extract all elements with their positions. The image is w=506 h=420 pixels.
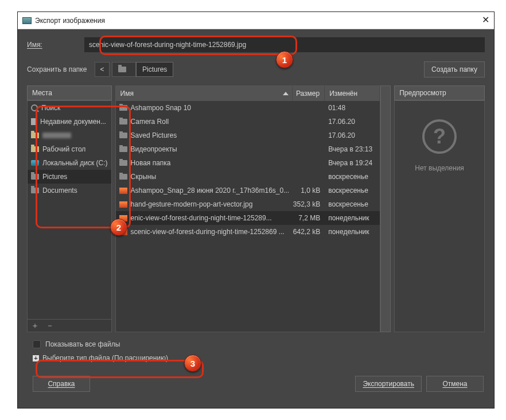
file-size: 1,0 kB: [293, 186, 325, 195]
file-modified: Вчера в 23:13: [325, 145, 380, 153]
places-item-label: Поиск: [41, 104, 60, 112]
file-row[interactable]: Новая папкаВчера в 19:24: [116, 156, 380, 170]
file-modified: понедельник: [325, 214, 380, 222]
save-in-label: Сохранить в папке: [27, 65, 95, 73]
img-icon: [119, 201, 127, 208]
places-item-label: [42, 133, 71, 138]
show-all-files-checkbox[interactable]: Показывать все файлы: [27, 338, 485, 351]
folder-icon: [31, 133, 39, 138]
places-item-label: Pictures: [42, 173, 67, 181]
places-header: Места: [27, 85, 112, 100]
folder-g-icon: [119, 174, 127, 180]
file-modified: 17.06.20: [325, 131, 380, 139]
file-row[interactable]: scenic-view-of-forest-during-night-time-…: [116, 225, 380, 239]
export-dialog: Экспорт изображения ✕ Имя: Сохранить в п…: [17, 11, 495, 409]
folder-g-icon: [119, 133, 127, 138]
places-item[interactable]: [28, 129, 111, 142]
create-folder-button[interactable]: Создать папку: [424, 61, 485, 77]
search-icon: [31, 104, 38, 111]
folder-g-icon: [31, 174, 39, 180]
path-segment-1[interactable]: [112, 62, 136, 77]
preview-placeholder-icon: ?: [422, 119, 457, 154]
file-size: 7,2 MB: [293, 214, 325, 222]
file-name: Ashampoo_Snap_28 июня 2020 г._17h36m16s_…: [131, 186, 290, 195]
filename-input[interactable]: [84, 37, 485, 52]
export-button[interactable]: Экспортировать: [355, 376, 422, 392]
preview-panel: Предпросмотр ? Нет выделения: [394, 85, 485, 332]
places-item[interactable]: Рабочий стол: [28, 142, 111, 156]
file-name: enic-view-of-forest-during-night-time-12…: [131, 214, 272, 222]
file-modified: 17.06.20: [325, 118, 380, 126]
checkbox-icon: [33, 340, 41, 348]
file-row[interactable]: ВидеопроектыВчера в 23:13: [116, 142, 380, 156]
name-label: Имя:: [27, 41, 84, 49]
col-size[interactable]: Размер: [293, 86, 325, 101]
file-size: 642,2 kB: [293, 228, 325, 236]
file-row[interactable]: Saved Pictures17.06.20: [116, 129, 380, 142]
file-list-panel: Имя Размер Изменён Ashampoo Snap 1001:48…: [115, 85, 391, 332]
places-item-label: Рабочий стол: [42, 145, 85, 153]
select-filetype-expander[interactable]: + Выберите тип файла (По расширению): [27, 351, 485, 365]
places-item-label: Локальный диск (C:): [42, 159, 108, 167]
file-modified: воскресенье: [325, 173, 380, 181]
doc-icon: [31, 118, 37, 125]
places-footer: ＋ －: [27, 320, 112, 332]
file-modified: понедельник: [325, 228, 380, 236]
path-segment-2[interactable]: Pictures: [136, 62, 173, 77]
file-modified: воскресенье: [325, 186, 380, 195]
filetype-label: Выберите тип файла (По расширению): [42, 354, 168, 362]
places-item[interactable]: Поиск: [28, 101, 111, 115]
places-item[interactable]: Локальный диск (C:): [28, 156, 111, 170]
app-icon: [22, 17, 32, 24]
file-row[interactable]: Ashampoo_Snap_28 июня 2020 г._17h36m16s_…: [116, 184, 380, 197]
show-all-files-label: Показывать все файлы: [45, 340, 120, 348]
annotation-badge-2: 2: [110, 219, 127, 236]
annotation-badge-3: 3: [184, 355, 201, 372]
annotation-badge-1: 1: [276, 51, 293, 68]
file-row[interactable]: Camera Roll17.06.20: [116, 115, 380, 129]
sort-asc-icon: [283, 92, 289, 95]
window-title: Экспорт изображения: [35, 17, 105, 25]
folder-icon: [31, 146, 39, 152]
places-item-label: Documents: [42, 186, 77, 195]
close-icon[interactable]: ✕: [482, 14, 489, 25]
file-name: Saved Pictures: [131, 131, 177, 139]
file-name: Camera Roll: [131, 118, 169, 126]
folder-g-icon: [119, 105, 127, 111]
expand-icon: +: [33, 355, 39, 361]
folder-g-icon: [119, 119, 127, 125]
file-modified: воскресенье: [325, 200, 380, 208]
file-scrollbar[interactable]: [380, 85, 391, 332]
places-item[interactable]: Pictures: [28, 170, 111, 184]
file-row[interactable]: Скрынывоскресенье: [116, 170, 380, 184]
folder-g-icon: [119, 160, 127, 166]
preview-header: Предпросмотр: [394, 85, 485, 100]
col-modified[interactable]: Изменён: [325, 86, 380, 101]
places-add-remove[interactable]: ＋ －: [31, 321, 56, 331]
places-item[interactable]: Documents: [28, 184, 111, 197]
preview-empty-text: Нет выделения: [415, 164, 464, 172]
folder-icon: [118, 67, 126, 72]
help-button[interactable]: Справка: [33, 376, 90, 392]
file-row[interactable]: Ashampoo Snap 1001:48: [116, 101, 380, 115]
file-name: scenic-view-of-forest-during-night-time-…: [131, 228, 285, 236]
file-modified: Вчера в 19:24: [325, 159, 380, 167]
file-modified: 01:48: [325, 104, 380, 112]
file-name: Новая папка: [131, 159, 171, 167]
cancel-button[interactable]: Отмена: [426, 376, 484, 392]
folder-g-icon: [119, 146, 127, 152]
path-back-button[interactable]: <: [95, 62, 110, 77]
file-name: Скрыны: [131, 173, 156, 181]
col-name[interactable]: Имя: [116, 86, 293, 101]
places-panel: Места ПоискНедавние докумен... Рабочий с…: [27, 85, 112, 332]
file-row[interactable]: enic-view-of-forest-during-night-time-12…: [116, 211, 380, 225]
file-name: Видеопроекты: [131, 145, 177, 153]
folder-g-icon: [31, 188, 39, 193]
file-row[interactable]: hand-gesture-modern-pop-art-vector.jpg35…: [116, 197, 380, 211]
file-name: hand-gesture-modern-pop-art-vector.jpg: [131, 200, 253, 208]
file-name: Ashampoo Snap 10: [131, 104, 191, 112]
places-item-label: Недавние докумен...: [40, 118, 106, 126]
titlebar[interactable]: Экспорт изображения ✕: [18, 12, 494, 29]
places-item[interactable]: Недавние докумен...: [28, 115, 111, 129]
img-icon: [119, 188, 127, 194]
